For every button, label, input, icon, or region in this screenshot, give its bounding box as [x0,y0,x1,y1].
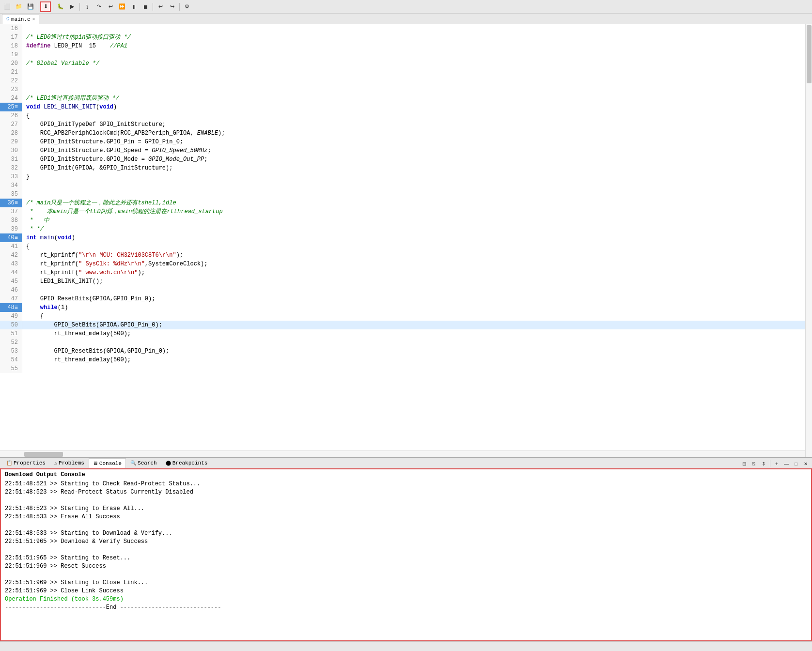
console-clear-btn[interactable]: ⊟ [740,459,749,468]
line-number: 47 [0,294,22,303]
line-number: 20 [0,59,22,68]
list-item: Operation Finished (took 3s.459ms) [5,595,807,604]
list-item: 22:51:51:965 >> Download & Verify Succes… [5,538,807,546]
bottom-panel: 📋 Properties ⚠ Problems 🖥 Console 🔍 Sear… [0,457,812,641]
toolbar-btn-step-return[interactable]: ↩ [105,1,116,12]
list-item: 22:51:48:523 >> Read-Protect Status Curr… [5,488,807,496]
table-row: 47 GPIO_ResetBits(GPIOA,GPIO_Pin_0); [0,294,805,303]
line-number: 23 [0,85,22,94]
table-row: 23 [0,85,805,94]
toolbar-btn-forward[interactable]: ↪ [167,1,177,12]
list-item [5,496,807,505]
console-icon: 🖥 [93,461,98,466]
table-row: 32 GPIO_Init(GPIOA, &GPIO_InitStructure)… [0,164,805,172]
line-number: 35 [0,190,22,199]
tab-file-icon: C [6,16,9,22]
line-content: while(1) [22,303,805,312]
console-maximize-btn[interactable]: □ [792,459,800,468]
toolbar-btn-resume[interactable]: ⏩ [117,1,127,12]
editor-tab-main-c[interactable]: C main.c ✕ [2,14,39,24]
search-icon: 🔍 [130,460,136,466]
list-item: 22:51:48:533 >> Erase All Success [5,513,807,521]
table-row: 17 /* LED0通过rt的pin驱动接口驱动 */ [0,33,805,42]
line-content: void LED1_BLINK_INIT(void) [22,103,805,111]
toolbar-sep-1 [38,3,38,11]
line-number: 28 [0,129,22,138]
line-number: 26 [0,111,22,120]
table-row: 21 [0,68,805,77]
editor-h-scrollbar[interactable] [0,450,805,457]
toolbar-btn-debug[interactable]: 🐛 [55,1,66,12]
code-editor[interactable]: 16 17 /* LED0通过rt的pin驱动接口驱动 */ 18 #defin… [0,24,805,457]
line-number: 42 [0,251,22,260]
line-number: 51 [0,329,22,338]
console-title: Download Output Console [5,471,807,478]
list-item [5,571,807,579]
toolbar-btn-terminate[interactable]: ⏹ [140,1,151,12]
console-copy-btn[interactable]: ⎘ [750,459,758,468]
line-number: 30 [0,146,22,155]
toolbar-btn-step-over[interactable]: ↷ [94,1,104,12]
table-row: 36≡ /* main只是一个线程之一，除此之外还有tshell,idle [0,199,805,207]
tab-search[interactable]: 🔍 Search [126,458,161,468]
table-row: 35 [0,190,805,199]
line-number: 29 [0,138,22,146]
line-number: 21 [0,68,22,77]
table-row: 52 [0,338,805,347]
line-number: 18 [0,42,22,50]
editor-inner: 16 17 /* LED0通过rt的pin驱动接口驱动 */ 18 #defin… [0,24,812,457]
line-number: 52 [0,338,22,347]
table-row: 43 rt_kprintf(" SysClk: %dHz\r\n",System… [0,260,805,268]
table-row: 34 [0,181,805,190]
app-window: ⬜ 📁 💾 ⬇ 🐛 ▶ ⤵ ↷ ↩ ⏩ ⏸ ⏹ ↩ ↪ ⚙ C main.c ✕ [0,0,812,651]
console-minimize-btn[interactable]: — [782,459,791,468]
line-content: { [22,242,805,251]
line-number: 33 [0,172,22,181]
console-scroll-lock-btn[interactable]: ⇕ [759,459,768,468]
toolbar-btn-open[interactable]: 📁 [14,1,24,12]
line-content [22,364,805,373]
toolbar-btn-settings[interactable]: ⚙ [182,1,192,12]
line-content: LED1_BLINK_INIT(); [22,277,805,286]
line-number: 50 [0,321,22,329]
tab-console[interactable]: 🖥 Console [89,458,126,468]
status-bar [0,641,812,651]
line-content: RCC_APB2PeriphClockCmd(RCC_APB2Periph_GP… [22,129,805,138]
toolbar-btn-download[interactable]: ⬇ [40,1,51,12]
editor-section: C main.c ✕ 16 17 [0,14,812,457]
table-row: 37 * 本main只是一个LED闪烁，main线程的注册在rtthread_s… [0,207,805,216]
line-number: 31 [0,155,22,164]
toolbar-btn-save[interactable]: 💾 [25,1,36,12]
line-number: 38 [0,216,22,225]
toolbar-btn-new[interactable]: ⬜ [2,1,13,12]
line-content: #define LED0_PIN 15 //PA1 [22,42,805,50]
toolbar-btn-back[interactable]: ↩ [155,1,166,12]
table-row: 18 #define LED0_PIN 15 //PA1 [0,42,805,50]
tab-close-btn[interactable]: ✕ [32,16,35,22]
console-output[interactable]: Download Output Console 22:51:48:521 >> … [0,468,812,641]
line-number: 32 [0,164,22,172]
toolbar-btn-suspend[interactable]: ⏸ [128,1,139,12]
toolbar-btn-step-into[interactable]: ⤵ [82,1,93,12]
list-item: 22:51:51:965 >> Starting to Reset... [5,554,807,562]
console-new-btn[interactable]: + [772,459,781,468]
list-item: 22:51:51:969 >> Close Link Success [5,587,807,595]
line-content: int main(void) [22,233,805,242]
table-row: 51 rt_thread_mdelay(500); [0,329,805,338]
tab-breakpoints[interactable]: ⬤ Breakpoints [161,458,212,468]
tab-properties[interactable]: 📋 Properties [2,458,50,468]
line-number: 55 [0,364,22,373]
line-content: GPIO_InitStructure.GPIO_Speed = GPIO_Spe… [22,146,805,155]
tab-problems[interactable]: ⚠ Problems [50,458,89,468]
list-item: 22:51:48:521 >> Starting to Check Read-P… [5,480,807,488]
table-row: 33 } [0,172,805,181]
table-row: 42 rt_kprintf("\r\n MCU: CH32V103C8T6\r\… [0,251,805,260]
table-row: 45 LED1_BLINK_INIT(); [0,277,805,286]
line-number: 25≡ [0,103,22,111]
line-number: 48≡ [0,303,22,312]
list-item: 22:51:48:533 >> Starting to Download & V… [5,529,807,538]
toolbar-btn-run[interactable]: ▶ [67,1,78,12]
editor-v-scrollbar[interactable] [805,24,812,457]
line-number: 45 [0,277,22,286]
console-close-btn[interactable]: ✕ [801,459,810,468]
